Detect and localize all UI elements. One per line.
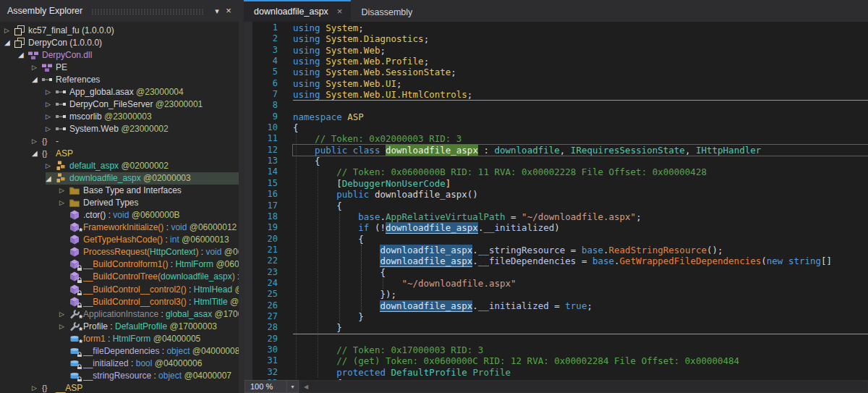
tree-item-label: .ctor() : void @0600000B — [83, 210, 180, 220]
tree-item-kc57-final-fu-1-0-0-0[interactable]: ▷kc57_final_fu (1.0.0.0) — [0, 24, 239, 36]
tree-item-base-type-and-interfaces[interactable]: ▷Base Type and Interfaces — [0, 185, 239, 197]
line-number: 22 — [252, 255, 284, 266]
zoom-dropdown-button[interactable]: ▾ — [287, 380, 299, 393]
code-view[interactable]: 1234567891011121314151617181920212223242… — [244, 22, 868, 380]
panel-drag-grip — [91, 9, 204, 15]
tree-item-processrequest[interactable]: ProcessRequest(HttpContext) : void @06 — [0, 246, 239, 258]
tree-expander-icon[interactable]: ◢ — [32, 75, 41, 83]
folder-icon — [69, 197, 80, 208]
tree-item-label: GetTypeHashCode() : int @06000013 — [83, 234, 229, 245]
tree-item-stringresource[interactable]: __stringResource : object @04000007 — [0, 369, 239, 381]
horizontal-scrollbar[interactable]: ◀ — [302, 381, 867, 392]
tree-item-buildcontrolform1[interactable]: __BuildControlform1() : HtmlForm @060 — [0, 258, 239, 271]
highlighted-reference: downloadfile_aspx — [386, 222, 478, 234]
tree-item-mscorlib[interactable]: ▷mscorlib @23000003 — [0, 110, 239, 122]
tree-item-label: __BuildControl__control3() : HtmlTitle @ — [83, 297, 239, 307]
code-line-26: downloadfile_aspx.__initialized = true; — [293, 300, 868, 311]
tree-item-derpycon-1-0-0-0[interactable]: ◢DerpyCon (1.0.0.0) — [0, 36, 239, 48]
lock-overlay-icon — [77, 364, 82, 370]
tree-item-system-web[interactable]: ▷System.Web @23000002 — [0, 122, 239, 135]
tree-item-label: FrameworkInitialize() : void @06000012 — [83, 222, 237, 232]
tree-item-references[interactable]: ◢References — [0, 73, 239, 85]
method-icon — [69, 258, 80, 270]
line-number: 28 — [252, 322, 284, 333]
tree-expander-icon[interactable]: ▷ — [32, 138, 41, 145]
tree-item-label: System.Web @23000002 — [69, 124, 169, 134]
tree-expander-icon[interactable]: ▷ — [59, 310, 69, 318]
code-line-2: using System.Diagnostics; — [293, 33, 868, 44]
method-icon: * — [69, 221, 80, 233]
code-line-7: using System.Web.UI.HtmlControls; — [293, 89, 868, 100]
panel-close-button[interactable]: × — [223, 5, 234, 17]
namespace-icon: {} — [41, 382, 53, 393]
tree-expander-icon[interactable]: ◢ — [18, 51, 27, 59]
namespace-icon: {} — [41, 148, 53, 159]
code-line-29 — [293, 334, 868, 345]
tree-item-filedependencies[interactable]: __fileDependencies : object @04000008 — [0, 345, 239, 357]
scroll-left-arrow-icon[interactable]: ◀ — [302, 384, 308, 390]
tree-expander-icon[interactable]: ▷ — [46, 88, 55, 96]
highlighted-reference: downloadfile_aspx — [380, 255, 472, 267]
tree-expander-icon[interactable]: ▷ — [46, 113, 55, 120]
code-line-4: using System.Web.Profile; — [293, 56, 868, 67]
tree-item-label: __stringResource : object @04000007 — [83, 371, 231, 381]
tab-close-icon[interactable]: × — [337, 8, 343, 15]
tree-item-label: __ASP — [56, 383, 82, 393]
tab-disassembly[interactable]: Disassembly — [351, 3, 421, 22]
class-icon — [55, 160, 67, 172]
tree-item-buildcontrol-control2[interactable]: __BuildControl__control2() : HtmlHead @ — [0, 283, 239, 295]
line-number: 3 — [252, 45, 284, 56]
line-number: 29 — [252, 334, 284, 345]
tree-item-gettypehashcode[interactable]: GetTypeHashCode() : int @06000013 — [0, 234, 239, 246]
tree-item-derived-types[interactable]: ▷Derived Types — [0, 197, 239, 209]
lock-overlay-icon — [77, 290, 82, 296]
tree-item-app-global-asax[interactable]: ▷App_global.asax @23000004 — [0, 85, 239, 98]
tree-item-downloadfile-aspx[interactable]: ◢downloadfile_aspx @02000003 — [0, 172, 239, 185]
code-line-13: { — [293, 156, 868, 166]
tree-item-label: ASP — [56, 148, 73, 159]
line-number: 20 — [252, 234, 284, 245]
tree-item-buildcontroltree[interactable]: __BuildControlTree(downloadfile_aspx) : — [0, 271, 239, 283]
reference-icon — [55, 86, 67, 98]
tree-expander-icon[interactable]: ◢ — [4, 38, 14, 46]
tree-expander-icon[interactable]: ▷ — [46, 125, 55, 132]
tree-expander-icon[interactable]: ◢ — [46, 174, 55, 182]
tree-item-derpycon-dll[interactable]: ◢DerpyCon.dll — [0, 48, 239, 61]
tree-expander-icon[interactable]: ▷ — [4, 27, 14, 34]
tree-item-asp[interactable]: ▷{}__ASP — [0, 381, 239, 393]
tree-item-initialized[interactable]: __initialized : bool @04000006 — [0, 357, 239, 369]
tree-item-asp[interactable]: ◢{}ASP — [0, 147, 239, 159]
tree-expander-icon[interactable]: ▷ — [46, 162, 55, 169]
tree-item-ctor[interactable]: .ctor() : void @0600000B — [0, 209, 239, 221]
zoom-level-combobox[interactable]: 100 % — [244, 380, 287, 393]
tree-item-buildcontrol-control3[interactable]: __BuildControl__control3() : HtmlTitle @ — [0, 295, 239, 308]
reference-icon — [55, 98, 67, 110]
tree-item-form1[interactable]: *form1 : HtmlForm @04000005 — [0, 332, 239, 345]
highlighted-definition: downloadfile_aspx — [386, 145, 478, 156]
tree-expander-icon[interactable]: ▷ — [32, 384, 41, 392]
tree-expander-icon[interactable]: ▷ — [32, 64, 41, 71]
tree-item-pe[interactable]: ▷PE — [0, 61, 239, 73]
tree-item-applicationinstance[interactable]: ▷*ApplicationInstance : global_asax @170… — [0, 308, 239, 320]
panel-splitter[interactable] — [239, 0, 244, 393]
tree-expander-icon[interactable]: ▷ — [59, 199, 69, 206]
code-line-11: // Token: 0x02000003 RID: 3 — [293, 133, 868, 144]
field-icon — [69, 370, 80, 381]
tree-expander-icon[interactable]: ▷ — [59, 187, 69, 194]
tree-item-item[interactable]: ▷{}- — [0, 135, 239, 147]
assembly-icon — [14, 25, 25, 36]
tree-item-frameworkinitialize[interactable]: *FrameworkInitialize() : void @06000012 — [0, 221, 239, 234]
tree-item-default-aspx[interactable]: ▷default_aspx @02000002 — [0, 160, 239, 172]
tab-downloadfile-aspx[interactable]: downloadfile_aspx× — [244, 0, 351, 22]
code-line-6: using System.Web.UI; — [293, 78, 868, 89]
tree-expander-icon[interactable]: ◢ — [32, 149, 41, 157]
tree-expander-icon[interactable]: ▷ — [59, 323, 69, 330]
tree-item-profile[interactable]: ▷*Profile : DefaultProfile @17000003 — [0, 320, 239, 332]
tree-item-label: DerpyCon (1.0.0.0) — [28, 38, 102, 48]
tree-expander-icon[interactable]: ▷ — [46, 101, 55, 108]
tree-item-label: __BuildControl__control2() : HtmlHead @ — [83, 284, 239, 295]
panel-menu-button[interactable]: ▾ — [211, 5, 223, 17]
tree-item-derpycon-fileserver[interactable]: ▷DerpyCon_FileServer @23000001 — [0, 98, 239, 110]
code-line-10: { — [293, 122, 868, 133]
star-overlay-icon: * — [79, 326, 82, 333]
